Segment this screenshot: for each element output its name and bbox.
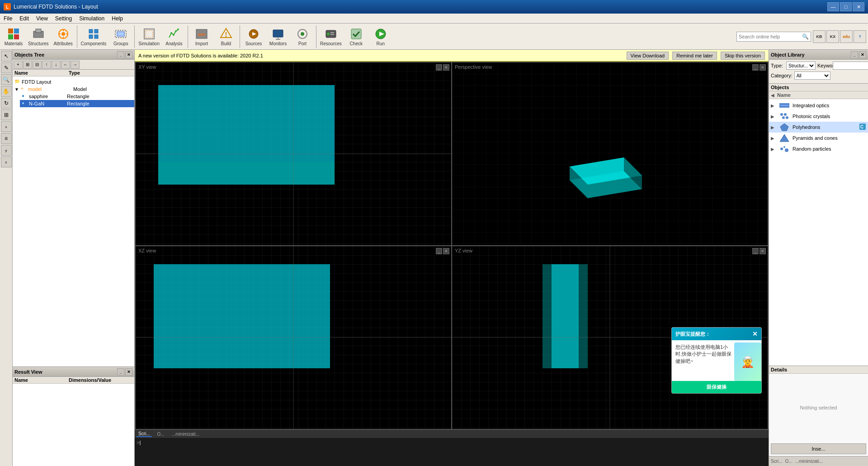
toolbar-run[interactable]: Run <box>369 26 392 47</box>
tool-select[interactable]: ↖ <box>1 51 12 62</box>
toolbar-attributes[interactable]: Attributes <box>52 26 75 47</box>
yz-minimize[interactable]: _ <box>752 248 759 254</box>
xy-close[interactable]: ✕ <box>443 64 449 71</box>
obj-lib-minimize[interactable]: _ <box>851 51 858 58</box>
svg-rect-1 <box>14 29 19 33</box>
objects-tree-close[interactable]: ✕ <box>125 51 132 58</box>
svg-point-70 <box>782 116 785 119</box>
search-online-box[interactable]: 🔍 <box>736 32 811 42</box>
toolbar-simulation[interactable]: Simulation <box>137 26 161 47</box>
obj-lib-random-particles[interactable]: ▶ Random particles <box>769 143 868 154</box>
category-select[interactable]: All <box>794 71 830 80</box>
tree-item-sapphire[interactable]: ● sapphire Rectangle <box>20 93 134 100</box>
tree-right[interactable]: → <box>71 61 80 69</box>
menu-setting[interactable]: Setting <box>52 14 75 23</box>
menu-help[interactable]: Help <box>108 14 127 23</box>
tool-z-axis[interactable]: z <box>1 157 12 167</box>
obj-lib-insert-button[interactable]: Inse... <box>771 443 866 454</box>
o-tab[interactable]: O... <box>785 459 793 464</box>
tree-item-model[interactable]: ▼ + model Model <box>13 86 134 93</box>
toolbar-build[interactable]: Build <box>214 26 238 47</box>
toolbar-analysis[interactable]: Analysis <box>162 26 186 47</box>
xz-close[interactable]: ✕ <box>443 248 449 254</box>
xz-minimize[interactable]: _ <box>436 248 442 254</box>
perspective-viewport[interactable]: Perspective view _ ✕ <box>452 62 768 245</box>
yz-close[interactable]: ✕ <box>760 248 766 254</box>
xz-viewport[interactable]: XZ view _ ✕ <box>136 246 451 429</box>
tree-collapse[interactable]: ⊟ <box>33 61 42 69</box>
toolbar-resources[interactable]: Resources <box>318 26 344 47</box>
tool-rotate[interactable]: ↻ <box>1 98 12 109</box>
perspective-minimize[interactable]: _ <box>752 64 759 71</box>
tree-item-fdtd-layout[interactable]: 📁 FDTD Layout <box>13 78 134 86</box>
tree-down[interactable]: ↓ <box>52 61 61 69</box>
close-button[interactable]: ✕ <box>853 2 864 11</box>
objects-tree-minimize[interactable]: _ <box>117 51 124 58</box>
toolbar-port[interactable]: Port <box>291 26 314 47</box>
menu-simulation[interactable]: Simulation <box>75 14 108 23</box>
type-select[interactable]: Structur... <box>786 62 816 70</box>
polyhedrons-icon <box>779 123 790 132</box>
toolbar-sources[interactable]: Sources <box>242 26 265 47</box>
kx-button[interactable]: KX <box>826 30 839 43</box>
toolbar-check[interactable]: Check <box>344 26 368 47</box>
tree-left[interactable]: ← <box>61 61 70 69</box>
tool-draw[interactable]: ✎ <box>1 62 12 73</box>
toolbar-groups[interactable]: Groups <box>109 26 132 47</box>
tree-add[interactable]: + <box>14 61 23 69</box>
tool-hand[interactable]: ✋ <box>1 86 12 97</box>
xy-minimize[interactable]: _ <box>436 64 442 71</box>
script-tab-minimiz[interactable]: ...minimizati... <box>170 432 201 437</box>
result-view-close[interactable]: ✕ <box>125 368 132 376</box>
tool-zoom-in[interactable]: 🔍 <box>1 74 12 85</box>
model-type: Model <box>73 86 132 92</box>
pyramids-expand: ▶ <box>771 136 776 141</box>
search-icon[interactable]: 🔍 <box>802 33 809 40</box>
scri-tab[interactable]: Scri... <box>771 459 783 464</box>
svg-rect-38 <box>330 32 334 33</box>
view-download-button[interactable]: View Download <box>627 52 669 60</box>
obj-lib-polyhedrons[interactable]: ▶ Polyhedrons C <box>769 122 868 133</box>
kb-button[interactable]: KB <box>813 30 826 43</box>
obj-lib-close[interactable]: ✕ <box>859 51 866 58</box>
script-content[interactable]: > | <box>135 438 769 466</box>
keywords-input[interactable] <box>833 62 868 70</box>
obj-lib-photonic-crystals[interactable]: ▶ Photonic crystals <box>769 111 868 122</box>
tool-y-axis[interactable]: y <box>1 145 12 156</box>
perspective-close[interactable]: ✕ <box>760 64 766 71</box>
maximize-button[interactable]: □ <box>840 2 852 11</box>
menu-edit[interactable]: Edit <box>16 14 33 23</box>
script-tab-o[interactable]: O... <box>156 432 166 437</box>
groups-icon <box>113 27 128 41</box>
toolbar-divider-1 <box>77 25 77 48</box>
search-online-input[interactable] <box>739 34 802 39</box>
notif-footer[interactable]: 眼保健操 <box>672 381 761 393</box>
minimiz-tab[interactable]: ...minimizati... <box>795 459 823 464</box>
help-button[interactable]: ? <box>854 30 866 43</box>
menu-file[interactable]: File <box>0 14 16 23</box>
toolbar-monitors[interactable]: Monitors <box>266 26 290 47</box>
toolbar-materials[interactable]: Materials <box>2 26 25 47</box>
tree-item-n-gan[interactable]: ● N-GaN Rectangle <box>20 100 134 107</box>
toolbar-components[interactable]: Components <box>79 26 108 47</box>
tool-x-axis[interactable]: x <box>1 121 12 132</box>
minimize-button[interactable]: — <box>827 2 839 11</box>
tool-bar[interactable]: ≡ <box>1 133 12 144</box>
obj-lib-category-row: Category: All <box>771 71 866 80</box>
result-view-minimize[interactable]: _ <box>117 368 124 376</box>
edu-button[interactable]: edu <box>840 30 853 43</box>
obj-lib-integrated-optics[interactable]: ▶ Integrated optics <box>769 100 868 111</box>
toolbar-structures[interactable]: Structures <box>26 26 51 47</box>
tree-expand[interactable]: ⊞ <box>23 61 32 69</box>
remind-later-button[interactable]: Remind me later <box>672 52 717 60</box>
menu-view[interactable]: View <box>33 14 52 23</box>
script-tab-script[interactable]: Scri... <box>137 431 152 437</box>
tool-snap[interactable]: ⊞ <box>1 109 12 120</box>
xy-viewport[interactable]: XY view _ ✕ <box>136 62 451 245</box>
obj-lib-pyramids-cones[interactable]: ▶ Pyramids and cones <box>769 133 868 143</box>
toolbar-import[interactable]: GDS Import <box>190 26 213 47</box>
tree-up[interactable]: ↑ <box>42 61 51 69</box>
skip-version-button[interactable]: Skip this version <box>721 52 765 60</box>
notif-close-button[interactable]: ✕ <box>752 330 758 338</box>
name-collapse-arrow[interactable]: ◀ <box>771 93 774 98</box>
